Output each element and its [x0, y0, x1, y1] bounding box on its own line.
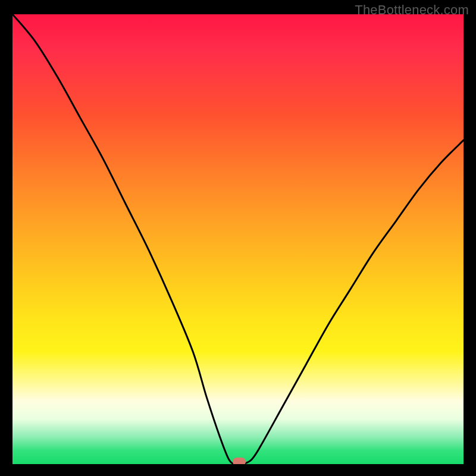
- watermark-text: TheBottleneck.com: [355, 2, 469, 18]
- chart-frame: TheBottleneck.com: [0, 0, 476, 476]
- bottleneck-curve: [12, 14, 464, 464]
- optimal-marker: [233, 458, 246, 464]
- plot-area: [12, 14, 464, 464]
